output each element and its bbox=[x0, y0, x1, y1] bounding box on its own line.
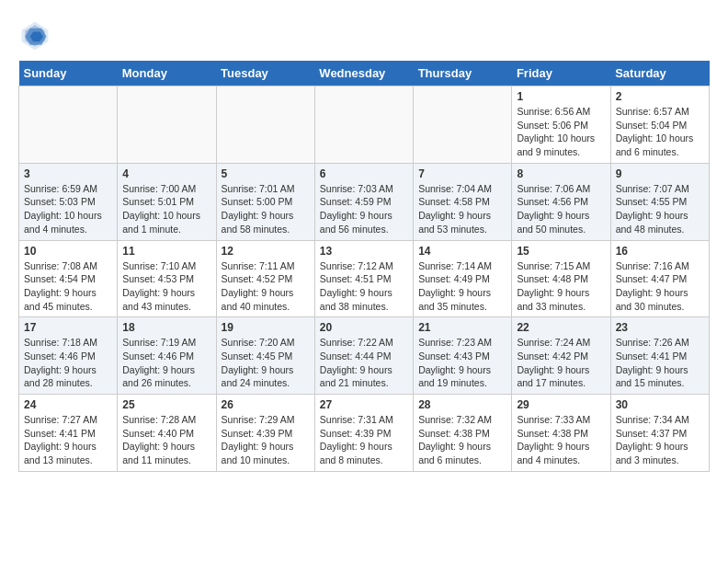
day-number: 14 bbox=[418, 245, 506, 258]
day-number: 29 bbox=[517, 398, 605, 411]
calendar-week: 1Sunrise: 6:56 AM Sunset: 5:06 PM Daylig… bbox=[19, 86, 710, 164]
calendar-day: 29Sunrise: 7:33 AM Sunset: 4:38 PM Dayli… bbox=[512, 395, 610, 472]
day-info: Sunrise: 7:14 AM Sunset: 4:49 PM Dayligh… bbox=[418, 259, 506, 314]
calendar-week: 17Sunrise: 7:18 AM Sunset: 4:46 PM Dayli… bbox=[19, 317, 710, 395]
calendar-day: 19Sunrise: 7:20 AM Sunset: 4:45 PM Dayli… bbox=[216, 317, 314, 395]
day-info: Sunrise: 7:34 AM Sunset: 4:37 PM Dayligh… bbox=[616, 413, 704, 467]
calendar-table: SundayMondayTuesdayWednesdayThursdayFrid… bbox=[18, 61, 710, 472]
calendar-day: 11Sunrise: 7:10 AM Sunset: 4:53 PM Dayli… bbox=[118, 240, 216, 317]
calendar-day: 20Sunrise: 7:22 AM Sunset: 4:44 PM Dayli… bbox=[314, 317, 413, 395]
day-number: 12 bbox=[222, 245, 310, 258]
calendar-day: 26Sunrise: 7:29 AM Sunset: 4:39 PM Dayli… bbox=[216, 395, 314, 472]
day-info: Sunrise: 7:10 AM Sunset: 4:53 PM Dayligh… bbox=[122, 259, 210, 314]
day-info: Sunrise: 7:18 AM Sunset: 4:46 PM Dayligh… bbox=[24, 336, 112, 390]
day-info: Sunrise: 7:00 AM Sunset: 5:01 PM Dayligh… bbox=[122, 182, 210, 236]
calendar-day: 14Sunrise: 7:14 AM Sunset: 4:49 PM Dayli… bbox=[414, 240, 512, 317]
weekday-header: Wednesday bbox=[314, 61, 413, 86]
calendar-day: 8Sunrise: 7:06 AM Sunset: 4:56 PM Daylig… bbox=[512, 163, 610, 240]
calendar-day: 16Sunrise: 7:16 AM Sunset: 4:47 PM Dayli… bbox=[610, 240, 709, 317]
day-info: Sunrise: 7:11 AM Sunset: 4:52 PM Dayligh… bbox=[222, 259, 310, 314]
day-info: Sunrise: 7:07 AM Sunset: 4:55 PM Dayligh… bbox=[616, 182, 704, 236]
day-number: 4 bbox=[122, 167, 210, 180]
weekday-header: Friday bbox=[512, 61, 610, 86]
calendar-day: 4Sunrise: 7:00 AM Sunset: 5:01 PM Daylig… bbox=[118, 163, 216, 240]
calendar-day: 24Sunrise: 7:27 AM Sunset: 4:41 PM Dayli… bbox=[19, 395, 118, 472]
day-number: 20 bbox=[320, 321, 408, 334]
day-number: 16 bbox=[616, 245, 704, 258]
day-info: Sunrise: 7:03 AM Sunset: 4:59 PM Dayligh… bbox=[320, 182, 408, 236]
day-info: Sunrise: 7:15 AM Sunset: 4:48 PM Dayligh… bbox=[517, 259, 605, 314]
calendar-week: 3Sunrise: 6:59 AM Sunset: 5:03 PM Daylig… bbox=[19, 163, 710, 240]
calendar-day bbox=[118, 86, 216, 164]
day-number: 5 bbox=[222, 167, 310, 180]
page-header bbox=[18, 18, 710, 52]
calendar-day: 2Sunrise: 6:57 AM Sunset: 5:04 PM Daylig… bbox=[610, 86, 709, 164]
day-number: 9 bbox=[616, 167, 704, 180]
day-number: 6 bbox=[320, 167, 408, 180]
calendar-day: 22Sunrise: 7:24 AM Sunset: 4:42 PM Dayli… bbox=[512, 317, 610, 395]
calendar-day: 7Sunrise: 7:04 AM Sunset: 4:58 PM Daylig… bbox=[414, 163, 512, 240]
calendar-day bbox=[314, 86, 413, 164]
weekday-header: Sunday bbox=[19, 61, 118, 86]
day-number: 10 bbox=[24, 245, 112, 258]
day-info: Sunrise: 7:19 AM Sunset: 4:46 PM Dayligh… bbox=[122, 336, 210, 390]
day-number: 1 bbox=[517, 90, 605, 103]
calendar-day: 25Sunrise: 7:28 AM Sunset: 4:40 PM Dayli… bbox=[118, 395, 216, 472]
day-number: 7 bbox=[418, 167, 506, 180]
day-info: Sunrise: 7:22 AM Sunset: 4:44 PM Dayligh… bbox=[320, 336, 408, 390]
day-number: 3 bbox=[24, 167, 112, 180]
calendar-day: 18Sunrise: 7:19 AM Sunset: 4:46 PM Dayli… bbox=[118, 317, 216, 395]
day-info: Sunrise: 7:24 AM Sunset: 4:42 PM Dayligh… bbox=[517, 336, 605, 390]
weekday-header: Tuesday bbox=[216, 61, 314, 86]
day-number: 18 bbox=[122, 321, 210, 334]
day-number: 8 bbox=[517, 167, 605, 180]
day-number: 26 bbox=[222, 398, 310, 411]
calendar-day bbox=[414, 86, 512, 164]
calendar-day: 30Sunrise: 7:34 AM Sunset: 4:37 PM Dayli… bbox=[610, 395, 709, 472]
day-number: 30 bbox=[616, 398, 704, 411]
calendar-day: 12Sunrise: 7:11 AM Sunset: 4:52 PM Dayli… bbox=[216, 240, 314, 317]
calendar-day: 13Sunrise: 7:12 AM Sunset: 4:51 PM Dayli… bbox=[314, 240, 413, 317]
day-number: 21 bbox=[418, 321, 506, 334]
day-number: 23 bbox=[616, 321, 704, 334]
day-number: 25 bbox=[122, 398, 210, 411]
day-number: 11 bbox=[122, 245, 210, 258]
day-info: Sunrise: 7:26 AM Sunset: 4:41 PM Dayligh… bbox=[616, 336, 704, 390]
day-info: Sunrise: 7:33 AM Sunset: 4:38 PM Dayligh… bbox=[517, 413, 605, 467]
day-info: Sunrise: 7:28 AM Sunset: 4:40 PM Dayligh… bbox=[122, 413, 210, 467]
day-info: Sunrise: 6:57 AM Sunset: 5:04 PM Dayligh… bbox=[616, 105, 704, 159]
calendar-day bbox=[216, 86, 314, 164]
calendar-week: 10Sunrise: 7:08 AM Sunset: 4:54 PM Dayli… bbox=[19, 240, 710, 317]
calendar-day: 27Sunrise: 7:31 AM Sunset: 4:39 PM Dayli… bbox=[314, 395, 413, 472]
day-info: Sunrise: 7:27 AM Sunset: 4:41 PM Dayligh… bbox=[24, 413, 112, 467]
day-info: Sunrise: 7:08 AM Sunset: 4:54 PM Dayligh… bbox=[24, 259, 112, 314]
weekday-header: Saturday bbox=[610, 61, 709, 86]
calendar-week: 24Sunrise: 7:27 AM Sunset: 4:41 PM Dayli… bbox=[19, 395, 710, 472]
calendar-day: 5Sunrise: 7:01 AM Sunset: 5:00 PM Daylig… bbox=[216, 163, 314, 240]
calendar-day: 6Sunrise: 7:03 AM Sunset: 4:59 PM Daylig… bbox=[314, 163, 413, 240]
day-number: 27 bbox=[320, 398, 408, 411]
day-info: Sunrise: 7:06 AM Sunset: 4:56 PM Dayligh… bbox=[517, 182, 605, 236]
day-info: Sunrise: 7:23 AM Sunset: 4:43 PM Dayligh… bbox=[418, 336, 506, 390]
calendar-day bbox=[19, 86, 118, 164]
day-info: Sunrise: 7:04 AM Sunset: 4:58 PM Dayligh… bbox=[418, 182, 506, 236]
day-info: Sunrise: 7:31 AM Sunset: 4:39 PM Dayligh… bbox=[320, 413, 408, 467]
calendar-day: 9Sunrise: 7:07 AM Sunset: 4:55 PM Daylig… bbox=[610, 163, 709, 240]
day-number: 17 bbox=[24, 321, 112, 334]
day-number: 22 bbox=[517, 321, 605, 334]
day-info: Sunrise: 7:01 AM Sunset: 5:00 PM Dayligh… bbox=[222, 182, 310, 236]
day-number: 28 bbox=[418, 398, 506, 411]
day-info: Sunrise: 7:16 AM Sunset: 4:47 PM Dayligh… bbox=[616, 259, 704, 314]
weekday-header: Thursday bbox=[414, 61, 512, 86]
day-info: Sunrise: 7:29 AM Sunset: 4:39 PM Dayligh… bbox=[222, 413, 310, 467]
day-info: Sunrise: 7:20 AM Sunset: 4:45 PM Dayligh… bbox=[222, 336, 310, 390]
day-number: 24 bbox=[24, 398, 112, 411]
day-info: Sunrise: 7:12 AM Sunset: 4:51 PM Dayligh… bbox=[320, 259, 408, 314]
day-number: 15 bbox=[517, 245, 605, 258]
weekday-header: Monday bbox=[118, 61, 216, 86]
day-info: Sunrise: 6:56 AM Sunset: 5:06 PM Dayligh… bbox=[517, 105, 605, 159]
calendar-day: 10Sunrise: 7:08 AM Sunset: 4:54 PM Dayli… bbox=[19, 240, 118, 317]
calendar-day: 28Sunrise: 7:32 AM Sunset: 4:38 PM Dayli… bbox=[414, 395, 512, 472]
day-info: Sunrise: 6:59 AM Sunset: 5:03 PM Dayligh… bbox=[24, 182, 112, 236]
day-info: Sunrise: 7:32 AM Sunset: 4:38 PM Dayligh… bbox=[418, 413, 506, 467]
